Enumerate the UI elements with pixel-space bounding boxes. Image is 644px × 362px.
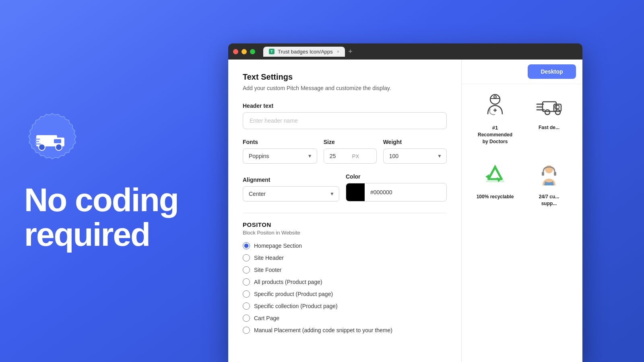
recycle-icon [481, 161, 510, 190]
alignment-select[interactable]: Center Left Right [243, 186, 339, 202]
radio-homepage-section-input[interactable] [243, 242, 250, 249]
radio-manual-placement-input[interactable] [243, 327, 250, 334]
size-label: Size [324, 139, 377, 145]
weight-select[interactable]: 100 200 300 400 700 [383, 148, 447, 164]
support-icon-area [535, 161, 564, 190]
radio-all-products[interactable]: All products (Product page) [243, 278, 447, 286]
recycle-icon-area [481, 161, 510, 190]
new-tab-button[interactable]: + [348, 47, 353, 56]
svg-rect-2 [54, 139, 61, 143]
color-input-wrap [346, 183, 447, 202]
radio-homepage-section-label: Homepage Section [254, 243, 302, 249]
alignment-color-row: Alignment Center Left Right ▼ Color [243, 173, 447, 202]
preview-topbar: Desktop [462, 60, 582, 84]
radio-manual-placement-label: Manual Placement (adding code snippet to… [254, 327, 392, 333]
radio-specific-collection-label: Specific collection (Product page) [254, 303, 338, 309]
weight-label: Weight [383, 139, 447, 145]
browser-content: Text Settings Add your custom Pitch Mess… [228, 60, 582, 362]
alignment-select-wrap: Center Left Right ▼ [243, 186, 339, 202]
maximize-dot[interactable] [250, 49, 255, 54]
radio-specific-product-input[interactable] [243, 290, 250, 298]
delivery-icon [535, 92, 564, 121]
radio-specific-collection[interactable]: Specific collection (Product page) [243, 302, 447, 310]
radio-site-header-label: Site Header [254, 255, 284, 261]
tab-label: Trust badges Icon/Apps [278, 49, 333, 55]
weight-select-wrap: 100 200 300 400 700 ▼ [383, 148, 447, 164]
badge-item-recycle: 100% recyclable [473, 161, 517, 200]
svg-rect-28 [554, 172, 556, 176]
radio-site-header-input[interactable] [243, 254, 250, 261]
svg-marker-23 [493, 165, 497, 169]
size-input[interactable] [324, 149, 352, 163]
browser-tab[interactable]: T Trust badges Icon/Apps × [263, 47, 345, 57]
doctor-badge-num: #1 [492, 125, 498, 131]
svg-point-4 [56, 144, 62, 150]
size-unit: PX [352, 149, 365, 163]
header-text-input[interactable] [243, 112, 447, 129]
color-swatch[interactable] [346, 183, 365, 201]
badge-svg [24, 110, 80, 167]
header-text-label: Header text [243, 103, 447, 109]
svg-point-19 [545, 110, 550, 115]
badge-item-delivery: Fast de... [527, 92, 571, 131]
radio-specific-product[interactable]: Specific product (Product page) [243, 290, 447, 298]
radio-site-header[interactable]: Site Header [243, 254, 447, 261]
delivery-icon-area [535, 92, 564, 121]
desktop-button[interactable]: Desktop [528, 64, 576, 79]
color-hex-input[interactable] [365, 185, 446, 200]
position-title: POSITON [243, 221, 447, 228]
color-label: Color [346, 173, 447, 180]
hero-badge-icon [24, 110, 80, 167]
radio-specific-collection-input[interactable] [243, 302, 250, 310]
preview-panel: Desktop [462, 60, 582, 362]
browser-window: T Trust badges Icon/Apps × + Text Settin… [228, 43, 582, 362]
radio-list: Homepage Section Site Header Site Footer… [243, 242, 447, 334]
size-group: Size PX [324, 139, 377, 164]
radio-cart-page-label: Cart Page [254, 315, 279, 321]
radio-manual-placement[interactable]: Manual Placement (adding code snippet to… [243, 327, 447, 334]
recycle-badge-text: 100% recyclable [477, 193, 514, 200]
svg-rect-18 [555, 105, 559, 109]
size-input-wrap: PX [324, 148, 377, 164]
radio-site-footer-input[interactable] [243, 266, 250, 274]
svg-point-10 [494, 96, 496, 98]
fonts-label: Fonts [243, 139, 317, 145]
settings-divider [243, 213, 447, 213]
position-subtitle: Block Positon in Website [243, 230, 447, 236]
tab-area: T Trust badges Icon/Apps × + [263, 47, 353, 57]
delivery-badge-text: Fast de... [539, 124, 559, 131]
settings-subtitle: Add your custom Pitch Message and custom… [243, 85, 447, 91]
support-badge-text: 24/7 cu...supp... [539, 193, 559, 207]
doctor-icon [481, 92, 510, 121]
color-group: Color [346, 173, 447, 202]
fonts-select[interactable]: Poppins Roboto Open Sans [243, 148, 317, 164]
svg-point-20 [555, 110, 560, 115]
minimize-dot[interactable] [242, 49, 247, 54]
alignment-group: Alignment Center Left Right ▼ [243, 177, 339, 202]
radio-cart-page-input[interactable] [243, 315, 250, 322]
doctor-icon-area [481, 92, 510, 121]
font-size-weight-row: Fonts Poppins Roboto Open Sans ▼ Size [243, 139, 447, 164]
radio-specific-product-label: Specific product (Product page) [254, 291, 333, 297]
browser-titlebar: T Trust badges Icon/Apps × + [228, 43, 582, 60]
svg-point-3 [39, 144, 45, 150]
hero-line2: required [24, 216, 150, 253]
weight-group: Weight 100 200 300 400 700 ▼ [383, 139, 447, 164]
badge-row-1: #1 Recommendedby Doctors [473, 92, 571, 145]
hero-section: No coding required [24, 0, 242, 362]
radio-all-products-input[interactable] [243, 278, 250, 286]
radio-cart-page[interactable]: Cart Page [243, 315, 447, 322]
fonts-select-wrap: Poppins Roboto Open Sans ▼ [243, 148, 317, 164]
badge-item-support: 24/7 cu...supp... [527, 161, 571, 207]
radio-site-footer[interactable]: Site Footer [243, 266, 447, 274]
preview-content: #1 Recommendedby Doctors [462, 84, 582, 362]
tab-favicon: T [269, 49, 275, 54]
radio-all-products-label: All products (Product page) [254, 279, 322, 285]
alignment-label: Alignment [243, 177, 339, 183]
badge-row-2: 100% recyclable [473, 161, 571, 207]
tab-close-btn[interactable]: × [337, 49, 339, 54]
radio-homepage-section[interactable]: Homepage Section [243, 242, 447, 249]
hero-headline: No coding required [24, 183, 178, 252]
close-dot[interactable] [233, 49, 238, 54]
settings-panel: Text Settings Add your custom Pitch Mess… [228, 60, 462, 362]
